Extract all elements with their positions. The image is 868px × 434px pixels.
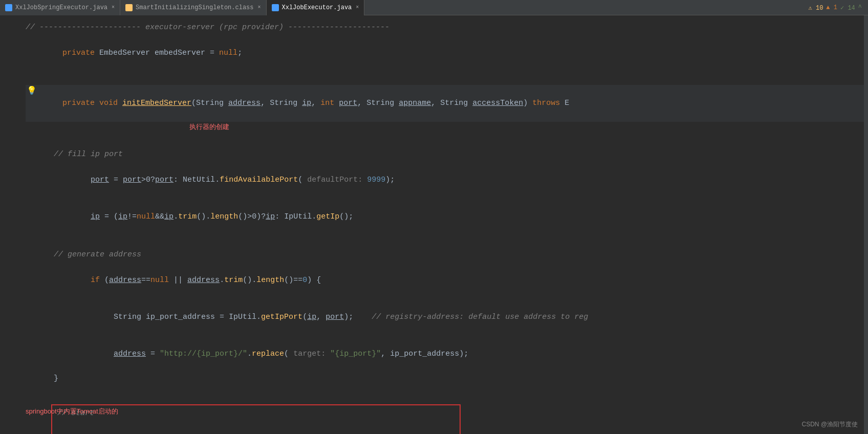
tab-xxljobspring[interactable]: XxlJobSpringExecutor.java ×: [0, 0, 120, 15]
kw-null: null: [219, 49, 237, 57]
comment-fill: // fill ip port: [54, 150, 123, 159]
param-accesstoken: accessToken: [472, 99, 523, 107]
kw-throws: throws: [532, 99, 565, 107]
java-file-icon: [5, 4, 12, 11]
arrow-indicator[interactable]: ^: [858, 4, 862, 11]
kw-private: private: [62, 49, 99, 57]
tab-label-1: XxlJobSpringExecutor.java: [15, 4, 107, 11]
tab-bar: XxlJobSpringExecutor.java × SmartInitial…: [0, 0, 868, 15]
tab-close-2[interactable]: ×: [257, 5, 261, 10]
code-line-new-embedserver: embedServer = new EmbedServer();: [57, 421, 454, 434]
code-line-addr: address = "http://{ip_port}/".replace( t…: [26, 336, 868, 373]
code-indicators: ⚠ 10 ▲ 1 ✓ 14 ^: [809, 0, 868, 15]
scrollbar[interactable]: [864, 15, 868, 434]
comment-text-1: // ---------------------- executor-serve…: [26, 23, 389, 32]
param-ip: ip: [302, 99, 311, 107]
error-indicator[interactable]: ▲ 1: [826, 4, 837, 11]
tab-close-3[interactable]: ×: [356, 5, 359, 10]
code-line-port: port = port>0?port: NetUtil.findAvailabl…: [26, 162, 868, 199]
ok-indicator[interactable]: ✓ 14: [840, 4, 855, 12]
java-file-icon-active: [272, 4, 279, 11]
code-line-ip: ip = (ip!=null&&ip.trim().length()>0)?ip…: [26, 199, 868, 235]
gutter-marker: 💡: [27, 85, 37, 98]
param-address: address: [228, 99, 261, 107]
class-file-icon: [125, 4, 133, 11]
tab-label-2: SmartInitializingSingleton.class: [136, 4, 253, 11]
code-line-comment-fill: // fill ip port: [26, 148, 868, 162]
code-line-annotation1: 执行器的创建: [26, 122, 868, 135]
annotation-springboot: springboot中内置Tomcat启动的: [26, 407, 118, 416]
code-line-empty1: [26, 72, 868, 85]
tab-label-3: XxlJobExecutor.java: [282, 4, 352, 11]
annotation-executor-create: 执行器的创建: [189, 122, 229, 133]
warning-indicator[interactable]: ⚠ 10: [809, 4, 823, 12]
code-line-method-sig: 💡 private void initEmbedServer(String ad…: [26, 85, 868, 122]
code-line-if: if (address==null || address.trim().leng…: [26, 262, 868, 299]
code-line-empty3: [26, 235, 868, 249]
code-line-comment-gen: // generate address: [26, 249, 868, 262]
type-embedserver: EmbedServer: [99, 49, 155, 57]
code-line-embedserver: private EmbedServer embedServer = null;: [26, 35, 868, 72]
method-name-initembedserver: initEmbedServer: [122, 99, 191, 107]
code-line-empty2: [26, 135, 868, 148]
code-line-ipport: String ip_port_address = IpUtil.getIpPor…: [26, 299, 868, 336]
code-editor[interactable]: // ---------------------- executor-serve…: [0, 15, 868, 434]
watermark: CSDN @渔阳节度使: [801, 420, 858, 429]
code-line-close-if: }: [26, 373, 868, 386]
param-port: port: [339, 99, 357, 107]
highlighted-section: // start embedServer = new EmbedServer()…: [31, 402, 868, 434]
tab-close-1[interactable]: ×: [112, 5, 115, 10]
tab-xxljobexecutor[interactable]: XxlJobExecutor.java ×: [267, 0, 365, 15]
var-embedserver: embedServer: [155, 49, 205, 57]
param-appname: appname: [399, 99, 431, 107]
code-line-comment1: // ---------------------- executor-serve…: [26, 21, 868, 35]
code-line-empty4: [26, 386, 868, 399]
tab-smartinit[interactable]: SmartInitializingSingleton.class ×: [120, 0, 266, 15]
comment-gen: // generate address: [54, 250, 141, 259]
